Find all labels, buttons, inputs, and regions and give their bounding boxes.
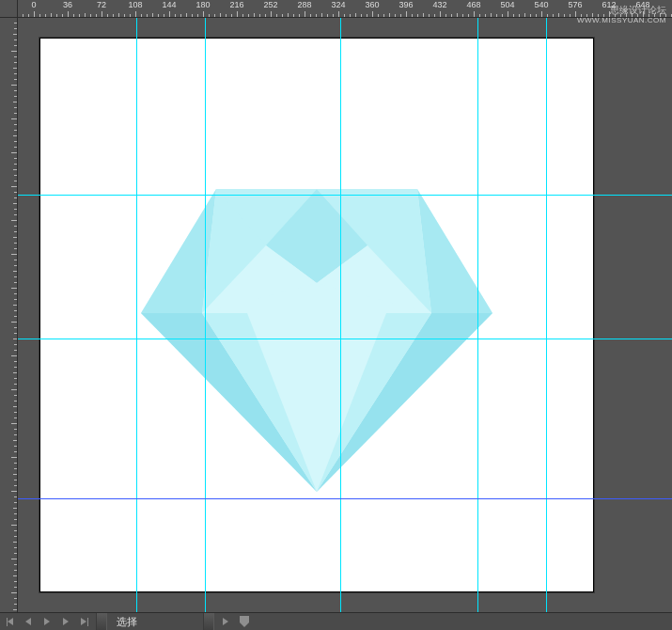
ruler-top-label: 360 — [365, 0, 379, 9]
svg-marker-1 — [141, 189, 216, 313]
prev-frame-button[interactable] — [20, 614, 37, 629]
tool-label: 选择 — [109, 615, 145, 629]
svg-marker-4 — [317, 189, 431, 313]
ruler-top-label: 216 — [229, 0, 243, 9]
panel-marker-button[interactable] — [236, 614, 253, 629]
ruler-top-label: 540 — [534, 0, 548, 9]
ruler-top-label: 468 — [466, 0, 480, 9]
ruler-origin[interactable] — [0, 0, 18, 18]
separator[interactable] — [96, 613, 107, 630]
svg-marker-6 — [317, 189, 417, 245]
svg-marker-14 — [317, 313, 431, 492]
svg-marker-15 — [240, 616, 249, 627]
next-frame-button[interactable] — [57, 614, 74, 629]
ruler-top-label: 396 — [399, 0, 413, 9]
svg-marker-12 — [317, 313, 492, 492]
svg-marker-13 — [202, 313, 317, 492]
go-first-frame-button[interactable] — [1, 614, 18, 629]
ruler-top-label: 432 — [432, 0, 446, 9]
svg-marker-8 — [202, 283, 431, 492]
ruler-top-label: 324 — [331, 0, 345, 9]
svg-marker-2 — [417, 189, 492, 313]
svg-marker-11 — [141, 313, 317, 492]
svg-marker-9 — [202, 245, 317, 313]
svg-marker-10 — [317, 245, 431, 313]
ruler-top-label: 36 — [63, 0, 72, 9]
play-button[interactable] — [39, 614, 55, 629]
svg-marker-7 — [266, 189, 367, 283]
ruler-top-label: 180 — [195, 0, 210, 9]
ruler-top-label: 252 — [263, 0, 277, 9]
ruler-vertical[interactable] — [0, 17, 18, 630]
panel-play-button[interactable] — [217, 614, 234, 629]
svg-marker-3 — [202, 189, 317, 313]
ruler-horizontal[interactable]: 3603672108144180216252288324360396432468… — [0, 0, 672, 18]
watermark-line1: 思缘设计论坛 — [577, 5, 666, 16]
ruler-top-label: 144 — [162, 0, 176, 9]
go-last-frame-button[interactable] — [76, 614, 93, 629]
canvas-viewport[interactable] — [17, 17, 672, 613]
ruler-top-label: 504 — [500, 0, 514, 9]
ruler-top-label: 0 — [31, 0, 36, 9]
svg-marker-5 — [216, 189, 317, 245]
svg-marker-0 — [141, 189, 492, 492]
separator[interactable] — [203, 613, 214, 630]
artboard[interactable] — [39, 38, 594, 592]
diamond-heart-shape — [40, 39, 593, 591]
ruler-top-label: 108 — [128, 0, 142, 9]
ruler-top-label: 72 — [97, 0, 106, 9]
watermark: 思缘设计论坛 WWW.MISSYUAN.COM — [577, 5, 666, 25]
animation-bar: 选择 — [0, 612, 672, 630]
watermark-line2: WWW.MISSYUAN.COM — [577, 16, 666, 25]
ruler-top-label: 288 — [297, 0, 311, 9]
